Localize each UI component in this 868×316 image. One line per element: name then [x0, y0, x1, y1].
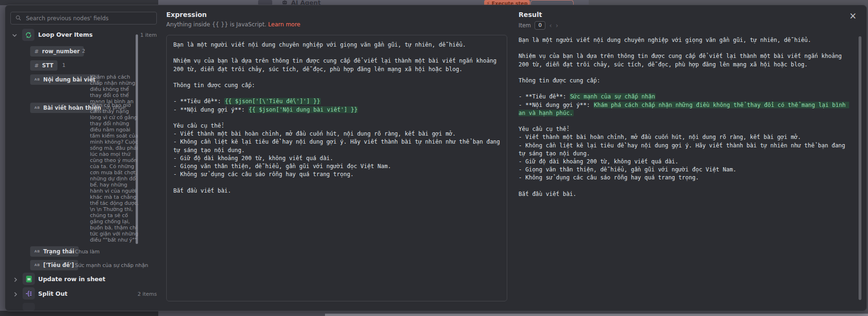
partial-node-icon — [23, 303, 35, 311]
workflow-canvas-bottom — [0, 311, 868, 316]
code-line: Nhiệm vụ của bạn là dựa trên thông tin đ… — [519, 52, 854, 68]
code-line: - Giữ độ dài khoảng 200 từ, không viết q… — [173, 154, 500, 162]
code-line: Bạn là một người viết nội dung chuyên ng… — [519, 36, 854, 44]
code-text: - Viết thành một bài hoàn chỉnh, mở đầu … — [173, 130, 456, 137]
sidebar-node-update-row-in-sheet[interactable]: Update row in sheet — [38, 275, 105, 283]
item-label: Item — [519, 22, 531, 29]
loop-icon — [22, 29, 34, 41]
code-text: - **Nội dung gợi ý**: — [173, 106, 248, 113]
code-text: - Không cần liệt kê lại tiêu đề`hay nội … — [173, 138, 503, 153]
google-sheet-icon — [23, 273, 35, 285]
sidebar-scrollbar[interactable] — [136, 34, 138, 244]
field-label: Trạng thái — [43, 248, 74, 255]
code-line — [519, 85, 854, 93]
string-type-icon: AB — [34, 250, 40, 253]
code-line: - Không sử dụng các câu sáo rỗng hay quá… — [173, 170, 500, 178]
code-line: - **Tiêu đề**: {{ $json['[\'Tiêu đề\']']… — [173, 97, 500, 105]
subtitle-text: Anything inside {{ }} is JavaScript. — [166, 21, 266, 28]
search-box — [10, 12, 157, 24]
code-text: - Không cần liệt kê lại tiêu đề`hay nội … — [519, 142, 849, 157]
code-line: - **Tiêu đề**: Sức mạnh của sự chấp nhận — [519, 93, 854, 101]
code-text: Bắt đầu viết bài. — [173, 187, 231, 194]
chevron-right-icon[interactable] — [13, 292, 18, 297]
code-line — [173, 49, 500, 57]
close-icon[interactable]: × — [847, 10, 859, 21]
code-text: Yêu cầu cụ thể: — [519, 126, 569, 132]
resolved-expression: {{ $json['Nội dung bài viết'] }} — [248, 106, 358, 113]
code-text: Bạn là một người viết nội dung chuyên ng… — [173, 41, 466, 48]
code-text: - Không sử dụng các câu sáo rỗng hay quá… — [519, 174, 699, 181]
code-text: Thông tin được cung cấp: — [173, 82, 255, 89]
expression-editor-screen: AI Agent ⚡ Execute step Loo — [0, 0, 868, 316]
expression-editor-input[interactable]: Bạn là một người viết nội dung chuyên ng… — [166, 35, 507, 301]
code-text: Nhiệm vụ của bạn là dựa trên thông tin đ… — [173, 57, 500, 72]
code-line: Bắt đầu viết bài. — [519, 190, 854, 198]
code-text: - Viết thành một bài hoàn chỉnh, mở đầu … — [519, 134, 801, 140]
field-label: ['Tiêu đề'] — [43, 262, 74, 268]
code-text: - **Tiêu đề**: — [519, 93, 569, 100]
field-pill-noi-dung-bai-viet[interactable]: AB Nội dung bài viết — [30, 74, 100, 85]
code-line: Bạn là một người viết nội dung chuyên ng… — [173, 41, 500, 49]
field-pill-trang-thai[interactable]: AB Trạng thái — [30, 246, 79, 257]
code-line: - Viết thành một bài hoàn chỉnh, mở đầu … — [173, 130, 500, 138]
code-text: - Giữ độ dài khoảng 200 từ, không viết q… — [519, 158, 679, 165]
code-line: - Không sử dụng các câu sáo rỗng hay quá… — [519, 174, 854, 182]
number-type-icon: # — [34, 63, 39, 69]
next-item-icon[interactable]: › — [556, 22, 559, 29]
code-text: Bạn là một người viết nội dung chuyên ng… — [519, 37, 811, 43]
code-line: - Giọng văn thân thiện, dễ hiểu, gần gũi… — [173, 162, 500, 170]
string-type-icon: AB — [34, 106, 40, 110]
code-line — [519, 44, 854, 52]
canvas-scrollbar-horizontal[interactable] — [325, 314, 868, 316]
code-line: Yêu cầu cụ thể: — [173, 122, 500, 130]
code-text: Bắt đầu viết bài. — [519, 191, 576, 197]
code-line: - Không cần liệt kê lại tiêu đề`hay nội … — [519, 142, 854, 158]
learn-more-link[interactable]: Learn more — [268, 21, 300, 28]
field-label: STT — [42, 62, 53, 69]
code-line: Thông tin được cung cấp: — [173, 81, 500, 89]
field-pill-tieu-de[interactable]: AB ['Tiêu đề'] — [30, 260, 78, 270]
code-line — [173, 114, 500, 122]
expression-panel-title: Expression — [166, 11, 207, 18]
code-line — [173, 73, 500, 81]
field-label: row_number — [42, 48, 80, 55]
code-text: - Không sử dụng các câu sáo rỗng hay quá… — [173, 171, 354, 178]
number-type-icon: # — [34, 49, 39, 55]
result-scrollbar[interactable] — [859, 36, 861, 300]
field-pill-stt[interactable]: # STT — [30, 60, 57, 71]
code-line: Nhiệm vụ của bạn là dựa trên thông tin đ… — [173, 57, 500, 73]
code-line: Yêu cầu cụ thể: — [519, 125, 854, 133]
resolved-expression: {{ $json['[\'Tiêu đề\']'] }} — [224, 98, 320, 105]
code-line: - **Nội dung gợi ý**: {{ $json['Nội dung… — [173, 106, 500, 114]
sidebar-node-split-out[interactable]: Split Out — [38, 290, 67, 297]
code-text: - **Nội dung gợi ý**: — [519, 102, 593, 108]
string-type-icon: AB — [34, 78, 40, 81]
field-value: 1 — [62, 62, 65, 68]
previous-item-icon[interactable]: ‹ — [549, 22, 552, 29]
code-text: - **Tiêu đề**: — [173, 98, 224, 105]
canvas-dark-region-bottom — [0, 311, 158, 316]
code-text: Nhiệm vụ của bạn là dựa trên thông tin đ… — [519, 53, 845, 67]
code-line: - Giọng văn thân thiện, dễ hiểu, gần gũi… — [519, 166, 854, 174]
search-input[interactable] — [25, 15, 152, 22]
field-value: Sức mạnh của sự chấp nhận — [75, 262, 156, 268]
resolved-expression: Sức mạnh của sự chấp nhận — [569, 93, 656, 100]
chevron-right-icon[interactable] — [13, 277, 18, 283]
code-line — [519, 117, 854, 125]
node-item-count: 1 item — [140, 32, 157, 38]
split-out-icon — [23, 287, 35, 300]
sidebar-node-loop-over-items[interactable]: Loop Over Items — [38, 31, 93, 38]
code-line — [173, 89, 500, 97]
result-code: Bạn là một người viết nội dung chuyên ng… — [519, 36, 854, 198]
chevron-down-icon[interactable] — [12, 32, 17, 38]
item-index-box[interactable]: 0 — [535, 21, 545, 30]
code-text: - Giọng văn thân thiện, dễ hiểu, gần gũi… — [173, 163, 391, 170]
code-line — [519, 182, 854, 190]
field-value: 2 — [82, 48, 85, 54]
string-type-icon: AB — [34, 263, 40, 267]
code-line: Thông tin được cung cấp: — [519, 77, 854, 85]
field-pill-row-number[interactable]: # row_number — [30, 46, 84, 57]
code-text: - Giọng văn thân thiện, dễ hiểu, gần gũi… — [519, 166, 736, 173]
code-line: - **Nội dung gợi ý**: Khám phá cách chấp… — [519, 101, 854, 117]
result-item-selector: Item 0 ‹ › — [519, 21, 558, 30]
